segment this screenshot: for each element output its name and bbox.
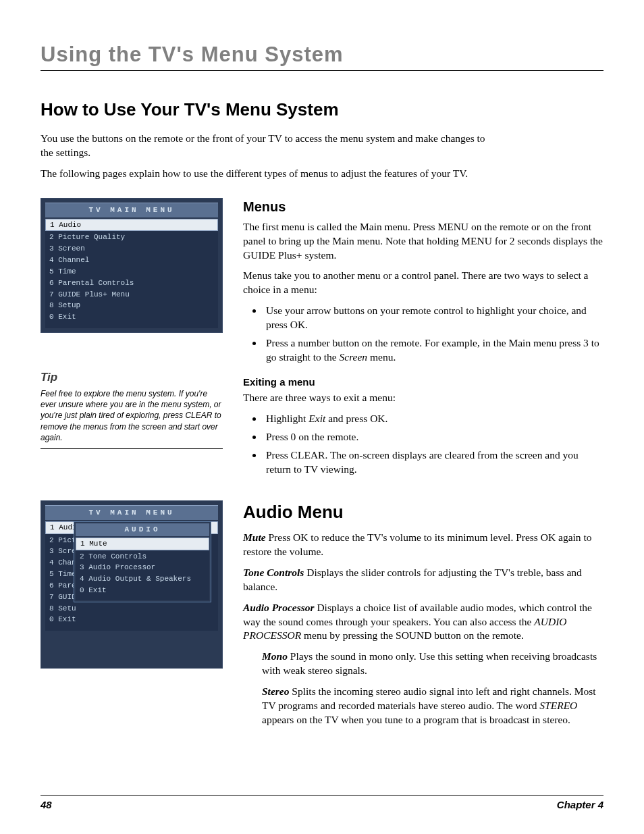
tv-menu-item: 2 Picture Quality xyxy=(45,232,218,243)
tv-audio-submenu-title: AUDIO xyxy=(76,523,209,536)
page-number: 48 xyxy=(41,798,52,812)
mute-definition: Mute Press OK to reduce the TV's volume … xyxy=(243,531,603,559)
exit-bullet-1: Highlight Exit and press OK. xyxy=(263,412,603,426)
tv-submenu-item: 1 Mute xyxy=(76,538,209,550)
intro-paragraph-2: The following pages explain how to use t… xyxy=(41,167,500,181)
tip-label: Tip xyxy=(41,370,223,386)
menus-paragraph-2: Menus take you to another menu or a cont… xyxy=(243,269,603,297)
tv-menu-item: 6 Parental Controls xyxy=(45,278,218,289)
menus-paragraph-1: The first menu is called the Main menu. … xyxy=(243,220,603,263)
exit-bullet-2: Press 0 on the remote. xyxy=(263,430,603,444)
chapter-header: Using the TV's Menu System xyxy=(41,41,603,71)
menus-bullet-2: Press a number button on the remote. For… xyxy=(263,336,603,365)
tip-text: Feel free to explore the menu system. If… xyxy=(41,388,223,449)
tv-menu-item: 8 Setup xyxy=(45,300,218,311)
tv-main-menu-title: TV MAIN MENU xyxy=(45,505,218,520)
tv-audio-submenu: AUDIO 1 Mute 2 Tone Controls 3 Audio Pro… xyxy=(74,521,211,602)
tv-main-menu-title: TV MAIN MENU xyxy=(45,203,218,217)
page-title: How to Use Your TV's Menu System xyxy=(41,98,603,122)
stereo-definition: Stereo Splits the incoming stereo audio … xyxy=(262,685,603,727)
tv-submenu-item: 2 Tone Controls xyxy=(76,551,209,563)
tv-menu-item: 7 GUIDE Plus+ Menu xyxy=(45,289,218,301)
audio-menu-heading: Audio Menu xyxy=(243,500,603,524)
exit-bullet-3: Press CLEAR. The on-screen displays are … xyxy=(263,448,603,477)
tv-menu-item: 0 Exit xyxy=(45,614,218,625)
exiting-paragraph: There are three ways to exit a menu: xyxy=(243,391,603,405)
menus-bullet-1: Use your arrow buttons on your remote co… xyxy=(263,304,603,332)
chapter-label: Chapter 4 xyxy=(557,798,603,812)
tv-submenu-item: 0 Exit xyxy=(76,585,209,596)
menus-heading: Menus xyxy=(243,198,603,216)
tv-menu-item: 5 Time xyxy=(45,266,218,278)
tv-menu-item: 3 Screen xyxy=(45,243,218,255)
tv-main-menu-screenshot: TV MAIN MENU 1 Audio 2 Picture Quality 3… xyxy=(41,198,223,333)
intro-paragraph-1: You use the buttons on the remote or the… xyxy=(41,132,500,160)
tv-menu-item: 0 Exit xyxy=(45,311,218,323)
tv-menu-item: 1 Audio xyxy=(45,219,218,232)
tv-submenu-item: 4 Audio Output & Speakers xyxy=(76,573,209,585)
tone-controls-definition: Tone Controls Displays the slider contro… xyxy=(243,566,603,594)
tv-menu-item: 8 Setu xyxy=(45,603,218,615)
mono-definition: Mono Plays the sound in mono only. Use t… xyxy=(262,650,603,678)
tv-audio-menu-screenshot: TV MAIN MENU 1 Audio 2 Pict 3 Scre 4 Cha… xyxy=(41,500,223,669)
audio-processor-definition: Audio Processor Displays a choice list o… xyxy=(243,601,603,644)
exiting-heading: Exiting a menu xyxy=(243,375,603,389)
tv-menu-item: 4 Channel xyxy=(45,255,218,266)
tv-submenu-item: 3 Audio Processor xyxy=(76,562,209,573)
